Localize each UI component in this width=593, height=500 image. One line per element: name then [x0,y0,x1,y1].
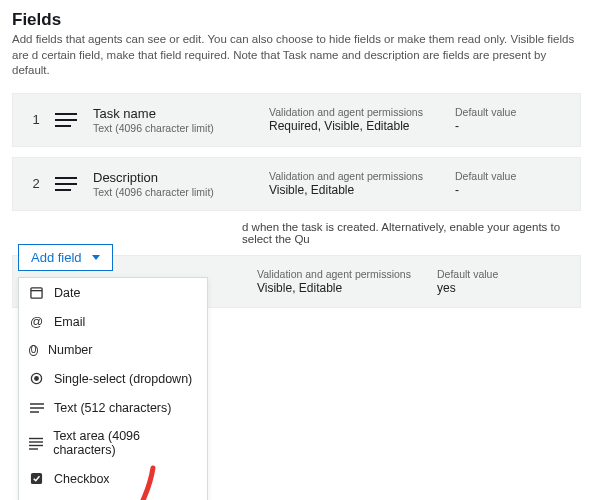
menu-item-label: Checkbox [54,472,110,486]
add-field-label: Add field [31,250,82,265]
drag-handle-icon[interactable] [55,112,87,128]
menu-item-checkbox[interactable]: Checkbox [19,464,207,493]
default-value: - [455,119,570,133]
menu-item-url[interactable]: URL [19,493,207,500]
calendar-icon [29,285,44,300]
menu-item-label: Text area (4096 characters) [53,429,197,457]
field-subtype: Text (4096 character limit) [93,122,263,134]
menu-item-label: Single-select (dropdown) [54,372,192,386]
menu-item-label: Number [48,343,92,357]
validation-header: Validation and agent permissions [269,170,449,182]
default-value: yes [437,281,570,295]
row-index: 2 [23,176,49,191]
svg-rect-17 [31,473,42,484]
add-field-button[interactable]: Add field [18,244,113,271]
text-icon [29,400,44,415]
row-index: 1 [23,112,49,127]
menu-item-label: Email [54,315,85,329]
caret-down-icon [92,255,100,260]
drag-handle-icon[interactable] [55,176,87,192]
default-header: Default value [455,170,570,182]
menu-item-email[interactable]: @ Email [19,307,207,336]
add-field-dropdown: Add field Date @ Email 0 Number Single-s… [18,244,208,500]
validation-value: Visible, Editable [269,183,449,197]
field-subtype: Text (4096 character limit) [93,186,263,198]
default-header: Default value [455,106,570,118]
section-description: Add fields that agents can see or edit. … [12,32,581,79]
section-title: Fields [12,10,581,30]
menu-item-date[interactable]: Date [19,278,207,307]
menu-item-number[interactable]: 0 Number [19,336,207,364]
default-header: Default value [437,268,570,280]
field-name: Description [93,170,263,185]
textarea-icon [29,436,43,451]
validation-value: Visible, Editable [257,281,437,295]
menu-item-text[interactable]: Text (512 characters) [19,393,207,422]
default-value: - [455,183,570,197]
at-icon: @ [29,314,44,329]
menu-item-textarea[interactable]: Text area (4096 characters) [19,422,207,464]
svg-point-9 [34,376,39,381]
svg-rect-6 [31,288,42,298]
body-text-partial: d when the task is created. Alternativel… [12,221,581,245]
field-row: 2 Description Text (4096 character limit… [12,157,581,211]
field-row: 1 Task name Text (4096 character limit) … [12,93,581,147]
menu-item-single-select[interactable]: Single-select (dropdown) [19,364,207,393]
menu-item-label: Text (512 characters) [54,401,171,415]
validation-header: Validation and agent permissions [257,268,437,280]
validation-header: Validation and agent permissions [269,106,449,118]
menu-item-label: Date [54,286,80,300]
checkbox-icon [29,471,44,486]
field-name: Task name [93,106,263,121]
validation-value: Required, Visible, Editable [269,119,449,133]
dropdown-menu: Date @ Email 0 Number Single-select (dro… [18,277,208,500]
radio-icon [29,371,44,386]
number-icon: 0 [29,345,38,356]
